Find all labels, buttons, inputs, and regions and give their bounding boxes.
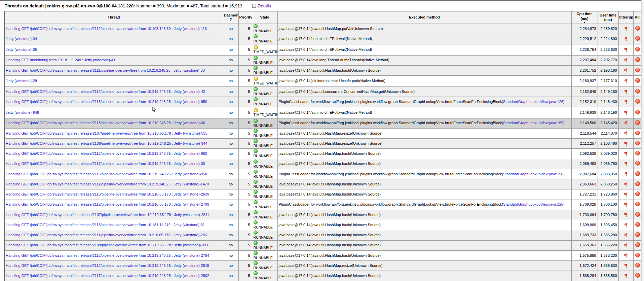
kill-red-ball-icon[interactable] — [635, 151, 640, 155]
executed-method-cell: java.base@17.0.14/java.util.HashMap.resi… — [277, 128, 571, 138]
kill-red-ball-icon[interactable] — [635, 78, 640, 83]
kill-red-ball-icon[interactable] — [635, 253, 640, 257]
interrupt-red-flag-icon[interactable] — [623, 182, 629, 187]
thread-link[interactable]: Handling GET /job/CCIF/job/sw.sys.manife… — [6, 162, 205, 166]
interrupt-red-flag-icon[interactable] — [623, 37, 629, 41]
source-line-link[interactable]: StandardGraphLookupView.java:159 — [503, 121, 563, 125]
thread-link[interactable]: Handling GET /job/CCIF/job/sw.sys.manife… — [6, 172, 207, 176]
interrupt-red-flag-icon[interactable] — [623, 253, 629, 258]
cpu-time-cell: 2,149,939 — [571, 107, 598, 118]
thread-cell: Handling GET /job/CCIF/job/sw.sys.manife… — [4, 87, 223, 97]
priority-cell: 5 — [238, 128, 252, 138]
interrupt-red-flag-icon[interactable] — [623, 141, 629, 146]
interrupt-red-flag-icon[interactable] — [623, 68, 629, 73]
thread-link[interactable]: Handling GET /monitoring from 10.181.11.… — [6, 58, 115, 62]
source-line-link[interactable]: StandardGraphLookupView.java:150 — [503, 172, 563, 176]
column-header-kill[interactable]: Kill — [633, 11, 642, 24]
kill-red-ball-icon[interactable] — [635, 242, 640, 247]
interrupt-red-flag-icon[interactable] — [623, 274, 629, 278]
daemon-cell: no — [223, 159, 238, 169]
thread-link[interactable]: Handling GET /job/CCIF/job/sw.sys.manife… — [6, 253, 209, 257]
interrupt-red-flag-icon[interactable] — [623, 121, 629, 126]
kill-red-ball-icon[interactable] — [635, 57, 640, 62]
kill-red-ball-icon[interactable] — [635, 191, 640, 196]
kill-red-ball-icon[interactable] — [635, 26, 640, 31]
thread-link[interactable]: Handling GET /job/CCIF/job/sw.sys.manife… — [6, 121, 205, 125]
kill-red-ball-icon[interactable] — [635, 68, 640, 72]
kill-red-ball-icon[interactable] — [635, 171, 640, 176]
thread-link[interactable]: Handling GET /job/CCIF/job/sw.sys.manife… — [6, 192, 209, 196]
thread-link[interactable]: Handling GET /job/CCIF/job/sw.sys.manife… — [6, 243, 210, 247]
thread-link[interactable]: Handling GET /job/CCIF/job/sw.sys.manife… — [6, 264, 209, 268]
column-header-daemon[interactable]: Daemon ? — [223, 11, 238, 24]
collapse-minus-icon[interactable] — [252, 4, 256, 8]
column-header-cpu-time[interactable]: Cpu time (ms)▲ — [571, 11, 598, 24]
interrupt-red-flag-icon[interactable] — [623, 264, 629, 268]
thread-link[interactable]: Handling GET /job/CCIF/job/sw.sys.manife… — [6, 233, 209, 237]
interrupt-cell — [618, 97, 633, 107]
thread-link[interactable]: Handling GET /job/CCIF/job/sw.sys.manife… — [6, 68, 205, 72]
interrupt-red-flag-icon[interactable] — [623, 79, 629, 83]
column-header-thread[interactable]: Thread — [4, 11, 223, 24]
thread-link[interactable]: Handling GET /job/CCIF/job/sw.sys.manife… — [6, 100, 207, 104]
kill-red-ball-icon[interactable] — [635, 273, 640, 278]
interrupt-red-flag-icon[interactable] — [623, 223, 629, 227]
source-line-link[interactable]: StandardGraphLookupView.java:126 — [503, 202, 563, 206]
source-line-link[interactable]: StandardGraphLookupView.java:126 — [503, 100, 563, 104]
interrupt-red-flag-icon[interactable] — [623, 27, 629, 31]
thread-link[interactable]: Handling GET /job/CCIF/job/sw.sys.manife… — [6, 182, 209, 186]
interrupt-red-flag-icon[interactable] — [623, 243, 629, 248]
kill-red-ball-icon[interactable] — [635, 36, 640, 41]
kill-red-ball-icon[interactable] — [635, 120, 640, 125]
interrupt-red-flag-icon[interactable] — [623, 212, 629, 217]
kill-red-ball-icon[interactable] — [635, 212, 640, 217]
interrupt-red-flag-icon[interactable] — [623, 151, 629, 156]
thread-link[interactable]: Handling GET /job/CCIF/job/sw.sys.manife… — [6, 131, 207, 135]
interrupt-red-flag-icon[interactable] — [623, 172, 629, 176]
interrupt-red-flag-icon[interactable] — [623, 192, 629, 197]
thread-link[interactable]: Handling GET /job/CCIF/job/sw.sys.manife… — [6, 274, 209, 278]
thread-link[interactable]: Handling GET /job/CCIF/job/sw.sys.manife… — [6, 141, 207, 145]
interrupt-red-flag-icon[interactable] — [623, 202, 629, 207]
table-row: Jetty (winstone)-948 no 5 TIMED_WAITING … — [4, 107, 642, 118]
column-header-executed-method[interactable]: Executed method — [277, 11, 571, 24]
scrollbar[interactable] — [641, 0, 644, 281]
kill-red-ball-icon[interactable] — [635, 181, 640, 186]
interrupt-red-flag-icon[interactable] — [623, 100, 629, 104]
column-header-interrupt[interactable]: Interrupt — [618, 11, 633, 24]
thread-link[interactable]: Handling GET /job/CCIF/job/sw.sys.manife… — [6, 151, 207, 155]
thread-link[interactable]: Jetty (winstone)-34 — [6, 37, 37, 41]
details-link[interactable]: Details — [252, 3, 271, 8]
kill-red-ball-icon[interactable] — [635, 202, 640, 206]
interrupt-red-flag-icon[interactable] — [623, 110, 629, 115]
thread-link[interactable]: Handling GET /job/CCIF/job/sw.sys.manife… — [6, 202, 209, 206]
thread-link[interactable]: Handling GET /job/CCIF/job/sw.sys.manife… — [6, 27, 207, 31]
kill-red-ball-icon[interactable] — [635, 47, 640, 51]
kill-red-ball-icon[interactable] — [635, 110, 640, 114]
interrupt-red-flag-icon[interactable] — [623, 58, 629, 63]
thread-link[interactable]: Jetty (winstone)-948 — [6, 110, 39, 114]
column-header-user-time[interactable]: User time (ms) — [598, 11, 618, 24]
kill-red-ball-icon[interactable] — [635, 99, 640, 104]
kill-red-ball-icon[interactable] — [635, 161, 640, 166]
column-header-priority[interactable]: Priority — [238, 11, 252, 24]
thread-link[interactable]: Jetty (winstone)-29 — [6, 79, 37, 83]
kill-red-ball-icon[interactable] — [635, 263, 640, 268]
interrupt-red-flag-icon[interactable] — [623, 233, 629, 238]
kill-red-ball-icon[interactable] — [635, 222, 640, 227]
interrupt-red-flag-icon[interactable] — [623, 90, 629, 94]
interrupt-red-flag-icon[interactable] — [623, 47, 629, 52]
kill-red-ball-icon[interactable] — [635, 131, 640, 135]
thread-link[interactable]: Handling GET /job/CCIF/job/sw.sys.manife… — [6, 213, 209, 217]
kill-cell — [633, 44, 642, 55]
thread-link[interactable]: Handling GET /job/CCIF/job/sw.sys.manife… — [6, 223, 205, 227]
interrupt-red-flag-icon[interactable] — [623, 131, 629, 136]
kill-red-ball-icon[interactable] — [635, 89, 640, 94]
kill-red-ball-icon[interactable] — [635, 232, 640, 237]
thread-link[interactable]: Jetty (winstone)-35 — [6, 47, 37, 51]
interrupt-red-flag-icon[interactable] — [623, 162, 629, 166]
user-time-cell: 2,089,020 — [598, 149, 618, 159]
column-header-state[interactable]: State — [252, 11, 277, 24]
kill-red-ball-icon[interactable] — [635, 141, 640, 145]
thread-link[interactable]: Handling GET /job/CCIF/job/sw.sys.manife… — [6, 90, 205, 94]
